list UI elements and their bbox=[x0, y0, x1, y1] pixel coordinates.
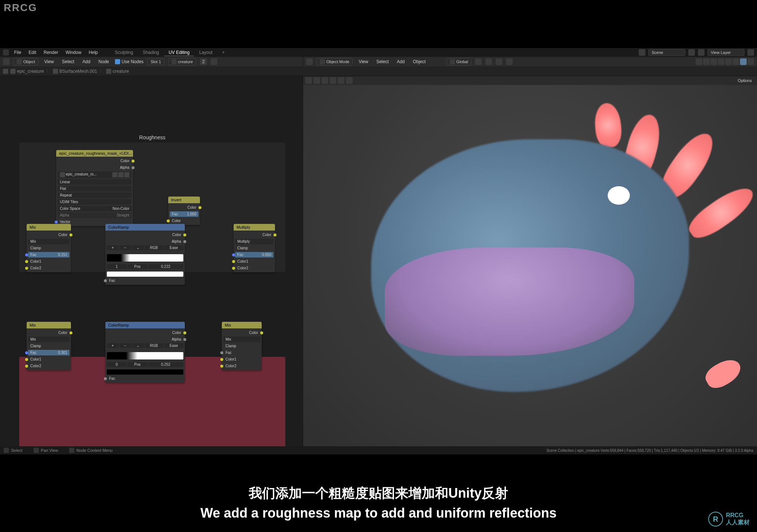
node-header[interactable]: Invert bbox=[168, 197, 200, 203]
stop-index[interactable]: 1 bbox=[107, 264, 127, 269]
orientation-dropdown[interactable]: Global bbox=[447, 58, 472, 65]
node-header[interactable]: Mix bbox=[27, 322, 71, 328]
proj-field[interactable]: Flat bbox=[58, 186, 132, 191]
ramp-tools[interactable]: ⌄ bbox=[132, 245, 144, 250]
output-color[interactable]: Color bbox=[235, 232, 274, 238]
viewport-editor-type-icon[interactable] bbox=[306, 58, 313, 65]
shader-type-dropdown[interactable]: Object bbox=[13, 58, 38, 65]
interp-field[interactable]: Linear bbox=[58, 179, 132, 185]
node-header[interactable]: Multiply bbox=[234, 224, 275, 231]
output-color[interactable]: Color bbox=[107, 330, 183, 335]
input-color1[interactable]: Color1 bbox=[28, 357, 69, 362]
ramp-interp[interactable]: Ease bbox=[164, 245, 183, 250]
breadcrumb-file[interactable]: epic_creature bbox=[10, 69, 44, 74]
ramp-add[interactable]: + bbox=[107, 245, 119, 250]
cursor-tool-icon[interactable] bbox=[338, 77, 344, 84]
scene-browse-icon[interactable] bbox=[688, 49, 695, 56]
menu-add[interactable]: Add bbox=[80, 58, 92, 65]
material-users[interactable]: 2 bbox=[200, 58, 207, 65]
move-tool-icon[interactable] bbox=[346, 77, 353, 84]
node-header[interactable]: Mix bbox=[222, 322, 262, 328]
node-mix-roughness[interactable]: Mix Color Mix Clamp Fac0.151 Color1 Colo… bbox=[27, 224, 71, 272]
output-alpha[interactable]: Alpha bbox=[58, 165, 132, 170]
blend-field[interactable]: Multiply bbox=[235, 239, 274, 244]
blend-field[interactable]: Mix bbox=[28, 337, 69, 342]
select-lasso-icon[interactable] bbox=[330, 77, 336, 84]
fac-field[interactable]: Fac0.301 bbox=[28, 350, 69, 355]
colorramp-gradient[interactable] bbox=[107, 352, 183, 359]
material-dropdown[interactable]: creature bbox=[168, 58, 196, 65]
clamp-checkbox[interactable]: Clamp bbox=[235, 245, 274, 251]
users-icon[interactable] bbox=[112, 172, 118, 177]
node-header[interactable]: epic_creature_roughness_mask_<UDI... bbox=[56, 150, 133, 157]
node-image-texture[interactable]: epic_creature_roughness_mask_<UDI... Col… bbox=[56, 150, 133, 226]
select-box-icon[interactable] bbox=[313, 77, 320, 84]
output-color[interactable]: Color bbox=[107, 232, 183, 238]
menu-view[interactable]: View bbox=[42, 58, 56, 65]
ramp-tools[interactable]: ⌄ bbox=[132, 343, 144, 348]
stop-index[interactable]: 0 bbox=[107, 362, 127, 367]
input-color[interactable]: Color bbox=[170, 218, 198, 224]
node-mix-emission-left[interactable]: Mix Color Mix Clamp Fac0.301 Color1 Colo… bbox=[27, 322, 71, 370]
vp-menu-view[interactable]: View bbox=[356, 58, 370, 65]
input-color1[interactable]: Color1 bbox=[235, 259, 274, 264]
view-layer-browse-icon[interactable] bbox=[747, 49, 754, 56]
snap-target-icon[interactable] bbox=[485, 58, 492, 65]
menu-file[interactable]: File bbox=[12, 49, 23, 56]
output-color[interactable]: Color bbox=[58, 158, 132, 164]
input-color2[interactable]: Color2 bbox=[28, 363, 69, 369]
tab-shading[interactable]: Shading bbox=[138, 49, 163, 56]
pin-icon[interactable] bbox=[211, 58, 217, 65]
shading-render-icon[interactable] bbox=[740, 58, 747, 65]
menu-window[interactable]: Window bbox=[63, 49, 84, 56]
ramp-remove[interactable]: − bbox=[119, 245, 131, 250]
breadcrumb-object[interactable]: BSurfaceMesh.001 bbox=[53, 69, 97, 74]
viewport-3d[interactable]: Options bbox=[303, 76, 757, 446]
input-color2[interactable]: Color2 bbox=[235, 265, 274, 271]
xray-icon[interactable] bbox=[710, 58, 717, 65]
clamp-checkbox[interactable]: Clamp bbox=[28, 343, 69, 349]
stop-color[interactable] bbox=[107, 272, 183, 277]
node-invert[interactable]: Invert Color Fac1.000 Color bbox=[168, 197, 200, 225]
vp-menu-add[interactable]: Add bbox=[395, 58, 407, 65]
open-icon[interactable] bbox=[118, 172, 123, 177]
input-fac[interactable]: Fac bbox=[107, 278, 183, 283]
menu-render[interactable]: Render bbox=[41, 49, 60, 56]
input-color2[interactable]: Color2 bbox=[28, 265, 69, 271]
clamp-checkbox[interactable]: Clamp bbox=[223, 343, 260, 349]
view-layer-icon[interactable] bbox=[698, 49, 705, 56]
ramp-mode[interactable]: RGB bbox=[145, 343, 164, 348]
output-alpha[interactable]: Alpha bbox=[107, 239, 183, 244]
node-colorramp-roughness[interactable]: ColorRamp Color Alpha + − ⌄ RGB Ease 1 P… bbox=[105, 224, 185, 285]
input-fac[interactable]: Fac bbox=[223, 350, 260, 355]
proportional-type-icon[interactable] bbox=[506, 58, 513, 65]
options-dropdown[interactable]: Options bbox=[735, 78, 755, 83]
mode-dropdown[interactable]: Object Mode bbox=[316, 58, 353, 65]
vp-menu-object[interactable]: Object bbox=[411, 58, 428, 65]
node-colorramp-emission[interactable]: ColorRamp Color Alpha + − ⌄ RGB Ease 0 P… bbox=[105, 322, 185, 383]
clamp-checkbox[interactable]: Clamp bbox=[28, 245, 69, 251]
back-icon[interactable] bbox=[3, 69, 8, 74]
ext-field[interactable]: Repeat bbox=[58, 192, 132, 198]
output-color[interactable]: Color bbox=[28, 232, 69, 238]
menu-node[interactable]: Node bbox=[96, 58, 111, 65]
use-nodes-checkbox[interactable]: Use Nodes bbox=[115, 59, 143, 64]
snap-icon[interactable] bbox=[475, 58, 482, 65]
image-name-field[interactable]: epic_creature_ro... bbox=[58, 171, 132, 178]
fac-field[interactable]: Fac1.000 bbox=[170, 211, 198, 217]
scene-icon[interactable] bbox=[639, 49, 645, 56]
color-space-field[interactable]: Color Space Non-Color bbox=[58, 206, 132, 211]
unlink-icon[interactable] bbox=[124, 172, 129, 177]
menu-edit[interactable]: Edit bbox=[26, 49, 38, 56]
tab-add[interactable]: + bbox=[218, 49, 229, 56]
pos-value[interactable]: 0.222 bbox=[148, 264, 184, 269]
tab-layout[interactable]: Layout bbox=[195, 49, 217, 56]
colorramp-gradient[interactable] bbox=[107, 254, 183, 262]
shading-wire-icon[interactable] bbox=[718, 58, 724, 65]
node-header[interactable]: Mix bbox=[27, 224, 71, 231]
menu-select[interactable]: Select bbox=[60, 58, 77, 65]
tab-sculpting[interactable]: Sculpting bbox=[111, 49, 138, 56]
node-header[interactable]: ColorRamp bbox=[105, 224, 185, 231]
scene-name-field[interactable]: Scene bbox=[648, 49, 685, 56]
input-fac[interactable]: Fac bbox=[107, 376, 183, 381]
